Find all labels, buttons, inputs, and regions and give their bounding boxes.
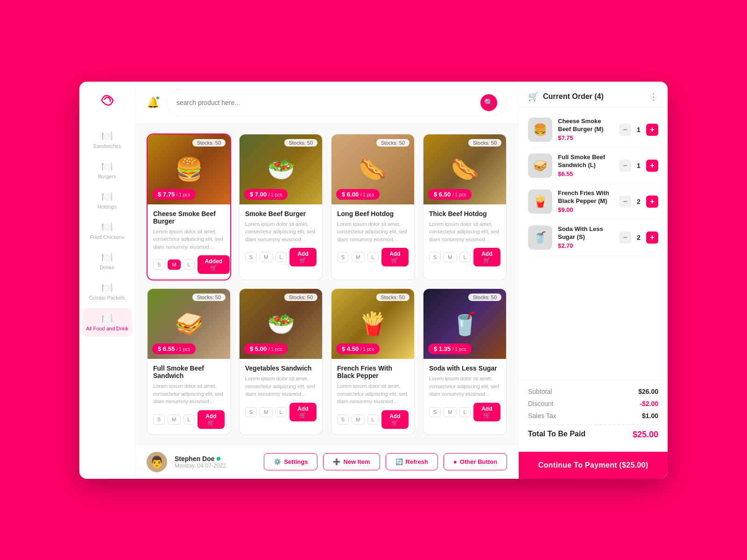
size-btn-m[interactable]: M (352, 252, 364, 262)
order-qty-ctrl-3: − 2 + (619, 231, 658, 244)
sidebar-item-drinks[interactable]: 🍽️ Drinks (82, 247, 132, 275)
sidebar-item-all-food[interactable]: 🍽️ All Food and Drink (82, 308, 132, 336)
subtotal-row: Subtotal $26.00 (528, 388, 658, 395)
order-item-price-3: $2.70 (558, 242, 613, 249)
product-desc-8: Lorem ipsum dolor sit amet, consectetur … (429, 375, 500, 398)
size-btn-l[interactable]: L (367, 252, 379, 262)
size-btn-m[interactable]: M (260, 252, 272, 262)
size-btn-m[interactable]: M (168, 259, 180, 270)
tax-label: Sales Tax (528, 412, 556, 420)
size-btn-s[interactable]: S (245, 407, 257, 417)
footer-btn-icon-settings: ⚙️ (274, 458, 281, 465)
size-btn-s[interactable]: S (337, 252, 349, 262)
size-btn-m[interactable]: M (168, 414, 180, 425)
search-button[interactable]: 🔍 (480, 94, 497, 111)
qty-plus-0[interactable]: + (646, 124, 658, 136)
footer-btn-icon-refresh: 🔄 (395, 458, 403, 465)
discount-row: Discount -$2.00 (528, 400, 658, 407)
size-btn-s[interactable]: S (153, 414, 165, 425)
add-button[interactable]: Add 🛒 (473, 403, 500, 421)
product-card-4[interactable]: 🌭 Stocks: 50 $ 6.50 / 1 pcs Thick Beef H… (423, 133, 507, 281)
size-btn-l[interactable]: L (275, 407, 287, 417)
add-button[interactable]: Add 🛒 (473, 248, 500, 266)
size-btn-m[interactable]: M (444, 252, 456, 262)
qty-minus-2[interactable]: − (619, 196, 631, 208)
size-btn-s[interactable]: S (337, 414, 349, 425)
search-input[interactable] (176, 99, 476, 106)
product-card-1[interactable]: 🍔 Stocks: 50 $ 7.75 / 1 pcs Cheese Smoke… (147, 133, 231, 281)
qty-minus-1[interactable]: − (619, 160, 631, 172)
size-btn-l[interactable]: L (183, 259, 195, 270)
size-btn-s[interactable]: S (429, 252, 441, 262)
product-image-4: 🌭 Stocks: 50 $ 6.50 / 1 pcs (423, 134, 506, 204)
order-item-info-0: Cheese Smoke Beef Burger (M) $7.75 (558, 118, 613, 141)
subtotal-value: $26.00 (638, 388, 658, 395)
add-button[interactable]: Add 🛒 (381, 410, 409, 429)
size-btn-l[interactable]: L (275, 252, 287, 262)
order-item-name-2: French Fries With Black Pepper (M) (558, 189, 613, 205)
footer-btn-new-item[interactable]: ➕ New Item (323, 453, 380, 470)
sidebar-icon-all-food: 🍽️ (101, 313, 113, 324)
sidebar-item-fried-chickens[interactable]: 🍽️ Fried Chickens (82, 217, 132, 245)
size-btn-m[interactable]: M (260, 407, 272, 417)
qty-num-3: 2 (635, 234, 642, 241)
size-btn-l[interactable]: L (459, 252, 471, 262)
product-image-2: 🥗 Stocks: 50 $ 7.00 / 1 pcs (240, 134, 322, 204)
add-button[interactable]: Add 🛒 (381, 248, 409, 266)
order-item-img-2: 🍟 (528, 189, 552, 214)
product-body-4: Thick Beef Hotdog Lorem ipsum dolor sit … (423, 204, 506, 273)
size-btn-s[interactable]: S (429, 407, 441, 417)
search-icon: 🔍 (484, 98, 493, 107)
product-body-5: Full Smoke Beef Sandwich Lorem ipsum dol… (148, 359, 230, 434)
order-qty-ctrl-2: − 2 + (619, 196, 658, 208)
qty-minus-0[interactable]: − (619, 124, 631, 136)
product-card-6[interactable]: 🥗 Stocks: 50 $ 5.00 / 1 pcs Vegetables S… (239, 288, 323, 435)
subtotal-label: Subtotal (528, 388, 552, 395)
product-body-8: Soda with Less Sugar Lorem ipsum dolor s… (423, 359, 506, 427)
sidebar-item-sandwiches[interactable]: 🍽️ Sandwiches (82, 126, 132, 154)
product-card-2[interactable]: 🥗 Stocks: 50 $ 7.00 / 1 pcs Smoke Beef B… (239, 133, 323, 281)
add-button[interactable]: Add 🛒 (289, 248, 317, 266)
product-card-5[interactable]: 🥪 Stocks: 50 $ 6.55 / 1 pcs Full Smoke B… (147, 288, 231, 435)
size-btn-l[interactable]: L (183, 414, 195, 425)
discount-label: Discount (528, 400, 553, 407)
product-name-4: Thick Beef Hotdog (429, 210, 500, 217)
qty-plus-3[interactable]: + (646, 231, 658, 244)
product-body-6: Vegetables Sandwich Lorem ipsum dolor si… (240, 359, 322, 427)
size-btn-m[interactable]: M (352, 414, 364, 425)
size-btn-s[interactable]: S (245, 252, 257, 262)
footer-btn-other[interactable]: ● Other Button (444, 453, 507, 470)
add-button[interactable]: Add 🛒 (289, 403, 317, 421)
order-more-button[interactable]: ⋮ (649, 91, 658, 102)
size-btn-s[interactable]: S (153, 259, 165, 270)
footer-btn-settings[interactable]: ⚙️ Settings (264, 453, 317, 470)
qty-plus-1[interactable]: + (646, 160, 658, 172)
sidebar-item-combo-packets[interactable]: 🍽️ Combo Packets (82, 277, 132, 306)
notification-bell[interactable]: 🔔 (147, 97, 159, 109)
stock-badge-1: Stocks: 50 (192, 139, 226, 147)
size-btn-m[interactable]: M (444, 407, 456, 417)
header: 🔔 🔍 (135, 82, 518, 124)
continue-to-payment-button[interactable]: Continue To Payment ($25.00) (519, 452, 668, 479)
order-summary: Subtotal $26.00 Discount -$2.00 Sales Ta… (519, 380, 668, 452)
size-btn-l[interactable]: L (459, 407, 471, 417)
order-header: 🛒 Current Order (4) ⋮ (519, 82, 668, 107)
sidebar-item-hotdogs[interactable]: 🍽️ Hotdogs (82, 186, 132, 215)
sidebar-item-burgers[interactable]: 🍽️ Burgers (82, 156, 132, 184)
add-button[interactable]: Add 🛒 (197, 410, 225, 429)
qty-plus-2[interactable]: + (646, 196, 658, 208)
product-card-3[interactable]: 🌭 Stocks: 50 $ 6.00 / 1 pcs Long Beef Ho… (331, 133, 415, 281)
sidebar-icon-combo-packets: 🍽️ (101, 282, 113, 293)
added-button[interactable]: Added 🛒 (197, 255, 230, 274)
qty-minus-3[interactable]: − (619, 231, 631, 244)
order-item-name-0: Cheese Smoke Beef Burger (M) (558, 118, 613, 133)
discount-value: -$2.00 (640, 400, 658, 407)
product-card-7[interactable]: 🍟 Stocks: 50 $ 4.50 / 1 pcs French Fries… (331, 288, 415, 435)
product-body-7: French Fries With Black Pepper Lorem ips… (331, 359, 414, 434)
product-card-8[interactable]: 🥤 Stocks: 50 $ 1.35 / 1 pcs Soda with Le… (423, 288, 507, 435)
size-btn-l[interactable]: L (367, 414, 379, 425)
sidebar-label-sandwiches: Sandwiches (93, 143, 121, 149)
footer-btn-refresh[interactable]: 🔄 Refresh (386, 453, 438, 470)
order-item-name-1: Full Smoke Beef Sandwich (L) (558, 154, 613, 169)
total-row: Total To Be Paid $25.00 (528, 424, 658, 440)
